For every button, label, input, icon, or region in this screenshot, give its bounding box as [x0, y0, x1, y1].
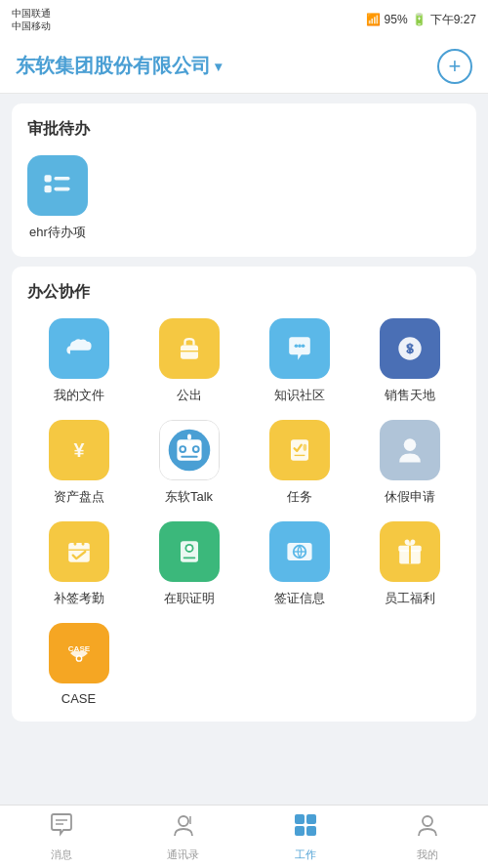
- visa-label: 签证信息: [274, 590, 325, 607]
- leave-label: 休假申请: [385, 488, 435, 506]
- tab-message-label: 消息: [51, 847, 72, 862]
- ehr-item[interactable]: ehr待办项: [27, 155, 88, 241]
- benefits-icon-box: [380, 521, 440, 582]
- task-icon: [282, 433, 317, 468]
- benefits-item[interactable]: 员工福利: [358, 521, 461, 607]
- sales-label: 销售天地: [385, 387, 435, 404]
- myfiles-item[interactable]: 我的文件: [27, 318, 130, 404]
- business-trip-label: 公出: [177, 387, 202, 404]
- battery-icon: 🔋: [412, 13, 427, 26]
- task-icon-box: [269, 420, 330, 480]
- svg-rect-3: [54, 187, 69, 191]
- signal-strength: 95%: [385, 13, 408, 26]
- svg-point-7: [298, 345, 302, 349]
- svg-point-50: [423, 816, 432, 826]
- network-icon: 📶: [366, 13, 381, 26]
- talk-icon: [160, 420, 219, 480]
- task-label: 任务: [287, 488, 312, 506]
- knowledge-item[interactable]: 知识社区: [248, 318, 350, 404]
- carrier-info: 中国联通 中国移动: [12, 7, 51, 32]
- svg-point-18: [181, 447, 184, 451]
- approval-title: 审批待办: [27, 119, 461, 140]
- visa-item[interactable]: 签证信息: [248, 521, 350, 607]
- myfiles-label: 我的文件: [54, 387, 104, 404]
- profile-icon: [415, 812, 440, 844]
- leave-item[interactable]: 休假申请: [358, 420, 461, 506]
- svg-point-19: [193, 447, 197, 451]
- tab-bar: 消息 通讯录 工作 我的: [0, 805, 488, 868]
- svg-point-41: [76, 656, 81, 661]
- tab-work-label: 工作: [295, 847, 316, 862]
- talk-label: 东软Talk: [165, 488, 213, 506]
- tab-work[interactable]: 工作: [244, 812, 366, 862]
- ehr-icon: [40, 168, 75, 203]
- employment-cert-icon-box: [159, 521, 220, 582]
- contacts-icon: [171, 812, 196, 844]
- checkin-icon: [61, 534, 97, 569]
- asset-item[interactable]: ¥ 资产盘点: [27, 420, 130, 506]
- employment-cert-item[interactable]: 在职证明: [138, 521, 240, 607]
- ehr-icon-box: [27, 155, 88, 216]
- svg-rect-4: [181, 345, 198, 358]
- tab-profile[interactable]: 我的: [366, 812, 488, 862]
- svg-rect-21: [187, 434, 191, 440]
- svg-rect-1: [54, 177, 69, 181]
- svg-rect-48: [295, 826, 305, 836]
- top-bar: 东软集团股份有限公司 ▾ +: [0, 39, 488, 94]
- svg-rect-33: [183, 557, 195, 558]
- knowledge-label: 知识社区: [274, 387, 325, 404]
- attendance-label: 补签考勤: [54, 590, 104, 607]
- svg-rect-47: [306, 814, 316, 824]
- task-item[interactable]: 任务: [248, 420, 350, 506]
- office-title: 办公协作: [27, 282, 461, 303]
- status-right: 📶 95% 🔋 下午9:27: [366, 12, 476, 28]
- tab-contacts[interactable]: 通讯录: [122, 812, 244, 862]
- benefits-label: 员工福利: [385, 590, 435, 607]
- add-button[interactable]: +: [437, 49, 472, 84]
- svg-rect-49: [306, 826, 316, 836]
- main-content: 审批待办 ehr待办项 办公协作: [0, 94, 488, 805]
- office-section: 办公协作 我的文件: [12, 267, 476, 722]
- attendance-item[interactable]: 补签考勤: [27, 521, 130, 607]
- svg-rect-27: [73, 540, 76, 545]
- visa-icon: [282, 534, 317, 569]
- case-item[interactable]: CASE CASE: [27, 623, 130, 706]
- dropdown-arrow-icon: ▾: [215, 59, 222, 74]
- person-icon: [392, 433, 427, 468]
- yen-icon: ¥: [61, 433, 97, 468]
- gift-icon: [392, 534, 427, 569]
- status-bar: 中国联通 中国移动 📶 95% 🔋 下午9:27: [0, 0, 488, 39]
- svg-text:¥: ¥: [73, 439, 84, 461]
- sales-item[interactable]: $ ¥ 销售天地: [358, 318, 461, 404]
- svg-text:¥: ¥: [406, 343, 413, 356]
- approval-grid: ehr待办项: [27, 155, 461, 241]
- ehr-label: ehr待办项: [29, 224, 86, 241]
- svg-rect-23: [303, 444, 306, 451]
- svg-rect-26: [68, 543, 90, 562]
- svg-point-44: [179, 816, 188, 826]
- case-label: CASE: [61, 691, 96, 706]
- chat-icon: [282, 331, 317, 366]
- attendance-icon-box: [49, 521, 109, 582]
- sales-icon-box: $ ¥: [380, 318, 440, 379]
- message-icon: [49, 812, 74, 844]
- asset-icon-box: ¥: [49, 420, 109, 480]
- case-icon-box: CASE: [49, 623, 109, 683]
- work-icon: [293, 812, 318, 844]
- svg-point-32: [186, 546, 191, 551]
- talk-icon-box: [159, 420, 220, 480]
- tab-message[interactable]: 消息: [0, 812, 122, 862]
- talk-item[interactable]: 东软Talk: [138, 420, 240, 506]
- myfiles-icon-box: [49, 318, 109, 379]
- business-trip-item[interactable]: 公出: [138, 318, 240, 404]
- case-icon: CASE: [61, 636, 97, 671]
- svg-rect-20: [181, 456, 197, 458]
- svg-rect-46: [295, 814, 305, 824]
- office-grid: 我的文件 公出: [27, 318, 461, 706]
- approval-section: 审批待办 ehr待办项: [12, 103, 476, 257]
- company-title[interactable]: 东软集团股份有限公司 ▾: [16, 53, 222, 79]
- leave-icon-box: [380, 420, 440, 480]
- svg-point-8: [301, 345, 305, 349]
- time-display: 下午9:27: [430, 12, 476, 28]
- svg-rect-2: [45, 186, 52, 192]
